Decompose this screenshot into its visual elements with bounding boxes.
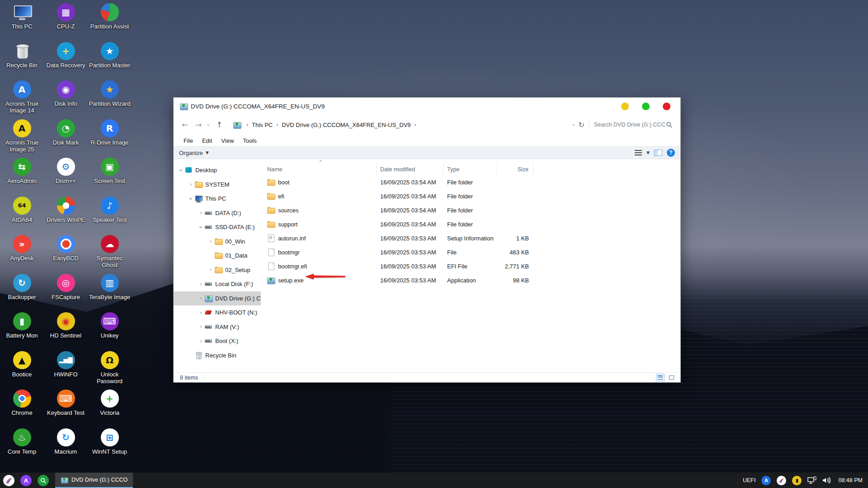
file-row[interactable]: sources 16/09/2025 03:54 AM File folder bbox=[261, 203, 680, 217]
file-name-cell[interactable]: support bbox=[261, 221, 377, 228]
desktop-icon[interactable]: ☁ Symantec Ghost bbox=[88, 233, 132, 272]
column-header-size[interactable]: Size bbox=[496, 163, 533, 175]
file-row[interactable]: bootmgr 16/09/2025 03:53 AM File 463 KB bbox=[261, 245, 680, 259]
desktop-icon[interactable]: ◔ Disk Mark bbox=[44, 117, 88, 156]
file-name-cell[interactable]: bootmgr.efi bbox=[261, 263, 377, 270]
desktop-icon[interactable]: R R-Drive Image bbox=[88, 117, 132, 156]
tree-item[interactable]: DVD Drive (G:) CCCO bbox=[174, 291, 261, 306]
desktop-icon[interactable]: This PC bbox=[0, 1, 44, 40]
window-titlebar[interactable]: DVD Drive (G:) CCCOMA_X64FRE_EN-US_DV9 bbox=[174, 98, 680, 115]
file-row[interactable]: autorun.inf 16/09/2025 03:53 AM Setup In… bbox=[261, 231, 680, 245]
tree-item[interactable]: SYSTEM bbox=[174, 178, 261, 192]
desktop-icon[interactable]: ▮ Battery Mon bbox=[0, 310, 44, 349]
network-icon[interactable] bbox=[807, 476, 816, 484]
file-name-cell[interactable]: efi bbox=[261, 192, 377, 200]
desktop-icon[interactable]: ▂▅▇ HWiNFO bbox=[44, 349, 88, 388]
file-name-cell[interactable]: boot bbox=[261, 178, 377, 186]
forward-button[interactable]: → bbox=[192, 120, 205, 129]
tree-item[interactable]: RAM (V:) bbox=[174, 320, 261, 334]
tree-expander-icon[interactable] bbox=[207, 267, 215, 273]
recent-locations-chevron-icon[interactable]: › bbox=[205, 122, 212, 128]
tree-item[interactable]: This PC bbox=[174, 192, 261, 206]
column-header-name[interactable]: Name bbox=[261, 163, 377, 175]
breadcrumb-drive[interactable]: DVD Drive (G:) CCCOMA_X64FRE_EN-US_DV9 bbox=[282, 122, 410, 128]
desktop-icon[interactable]: ▦ CPU-Z bbox=[44, 1, 88, 40]
file-name-cell[interactable]: sources bbox=[261, 206, 377, 214]
start-button[interactable] bbox=[3, 475, 14, 486]
tree-expander-icon[interactable] bbox=[197, 224, 205, 230]
desktop-icon[interactable]: Partition Assist bbox=[88, 1, 132, 40]
back-button[interactable]: ← bbox=[178, 120, 192, 129]
desktop-icon[interactable]: ⌨ Unikey bbox=[88, 310, 132, 349]
tree-expander-icon[interactable] bbox=[197, 210, 205, 216]
clock[interactable]: 08:48 PM bbox=[838, 477, 863, 483]
tree-expander-icon[interactable] bbox=[197, 295, 205, 301]
desktop-icon[interactable]: ▥ TeraByte Image bbox=[88, 272, 132, 310]
minimize-button[interactable] bbox=[621, 103, 629, 110]
maximize-button[interactable] bbox=[642, 103, 650, 110]
file-row[interactable]: efi 16/09/2025 03:54 AM File folder bbox=[261, 189, 680, 203]
change-view-icon[interactable] bbox=[635, 150, 642, 155]
refresh-icon[interactable]: ↻ bbox=[579, 121, 585, 129]
tree-expander-icon[interactable] bbox=[207, 238, 215, 244]
details-view-button[interactable] bbox=[656, 374, 665, 381]
desktop-icon[interactable]: A Acronis True Image 14 bbox=[0, 78, 44, 117]
desktop-icon[interactable]: + Victoria bbox=[88, 387, 132, 426]
menu-item[interactable]: Edit bbox=[198, 137, 217, 144]
file-name-cell[interactable]: bootmgr bbox=[261, 249, 377, 256]
desktop-icon[interactable]: » AnyDesk bbox=[0, 233, 44, 272]
file-row[interactable]: bootmgr.efi 16/09/2025 03:53 AM EFI File… bbox=[261, 259, 680, 273]
desktop-icon[interactable]: ♪ Speaker Test bbox=[88, 194, 132, 233]
volume-icon[interactable] bbox=[822, 477, 831, 484]
desktop-icon[interactable]: ◉ Disk Info bbox=[44, 78, 88, 117]
desktop-icon[interactable]: ▣ Screen Test bbox=[88, 155, 132, 194]
organize-button[interactable]: Organize ▼ bbox=[179, 150, 209, 156]
large-icons-view-button[interactable] bbox=[667, 374, 676, 381]
tree-item[interactable]: Recycle Bin bbox=[174, 348, 261, 363]
tree-expander-icon[interactable] bbox=[187, 181, 195, 188]
app-store-button[interactable]: A bbox=[20, 475, 32, 486]
tree-item[interactable]: Desktop bbox=[174, 163, 261, 178]
desktop-icon[interactable]: ♨ Core Temp bbox=[0, 426, 44, 465]
desktop-icon[interactable]: 64 AIDA64 bbox=[0, 194, 44, 233]
tree-expander-icon[interactable] bbox=[177, 167, 185, 174]
tree-item[interactable]: 00_Win bbox=[174, 235, 261, 249]
tray-app-store-icon[interactable]: A bbox=[761, 476, 771, 485]
help-icon[interactable]: ? bbox=[667, 149, 675, 157]
tree-expander-icon[interactable] bbox=[197, 281, 205, 287]
search-input[interactable] bbox=[594, 122, 666, 128]
tree-item[interactable]: SSD-DATA (E:) bbox=[174, 220, 261, 235]
column-header-date-modified[interactable]: Date modified bbox=[377, 163, 443, 175]
change-view-caret-icon[interactable]: ▼ bbox=[646, 150, 650, 155]
column-header-type[interactable]: Type bbox=[443, 163, 496, 175]
address-dropdown-chevron-icon[interactable]: › bbox=[571, 122, 578, 128]
up-button[interactable]: ↑ bbox=[212, 120, 226, 129]
desktop-icon[interactable]: ⇆ AeroAdmin bbox=[0, 155, 44, 194]
desktop-icon[interactable]: ⌨ Keyboard Test bbox=[44, 387, 88, 426]
desktop-icon[interactable]: ⊞ WinNT Setup bbox=[88, 426, 132, 465]
close-button[interactable] bbox=[663, 103, 670, 110]
tree-expander-icon[interactable] bbox=[197, 338, 205, 344]
file-name-cell[interactable]: autorun.inf bbox=[261, 235, 377, 242]
taskbar-task-button[interactable]: DVD Drive (G:) CCCO... bbox=[55, 473, 133, 488]
desktop-icon[interactable]: ⚙ Dism++ bbox=[44, 155, 88, 194]
tree-item[interactable]: 01_Data bbox=[174, 249, 261, 263]
desktop-icon[interactable]: ↻ Backupper bbox=[0, 272, 44, 310]
desktop-icon[interactable]: Drivers WinPE bbox=[44, 194, 88, 233]
search-box[interactable] bbox=[589, 118, 676, 131]
file-row[interactable]: boot 16/09/2025 03:54 AM File folder bbox=[261, 175, 680, 189]
desktop-icon[interactable]: ◎ FSCapture bbox=[44, 272, 88, 310]
breadcrumb-this-pc[interactable]: This PC bbox=[252, 122, 273, 128]
desktop-icon[interactable]: ★ Partition Wizard bbox=[88, 78, 132, 117]
menu-item[interactable]: Tools bbox=[238, 137, 261, 144]
tray-feather-icon[interactable] bbox=[777, 476, 786, 485]
menu-item[interactable]: View bbox=[217, 137, 238, 144]
tree-item[interactable]: Local Disk (F:) bbox=[174, 277, 261, 291]
desktop-icon[interactable]: ★ Partition Master bbox=[88, 40, 132, 79]
tree-item[interactable]: 02_Setup bbox=[174, 263, 261, 277]
file-row[interactable]: support 16/09/2025 03:54 AM File folder bbox=[261, 217, 680, 231]
desktop-icon[interactable]: ◉ HD Sentinel bbox=[44, 310, 88, 349]
desktop-icon[interactable]: + Data Recovery bbox=[44, 40, 88, 79]
desktop-icon[interactable]: EasyBCD bbox=[44, 233, 88, 272]
desktop-icon[interactable]: ↻ Macrium bbox=[44, 426, 88, 465]
